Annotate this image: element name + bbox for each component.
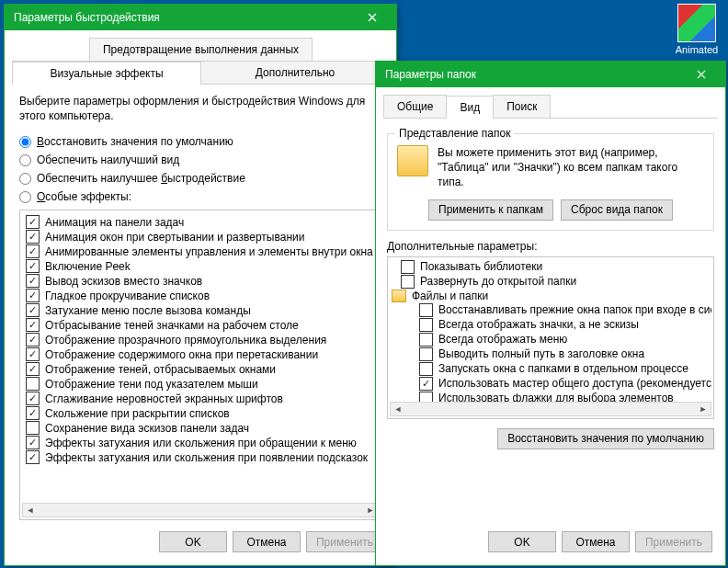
checkbox-icon[interactable] (26, 274, 40, 288)
radio-restore-defaults-input[interactable] (19, 136, 31, 148)
checkbox-icon[interactable] (401, 260, 415, 274)
checkbox-icon[interactable] (26, 230, 40, 244)
tree-item[interactable]: Всегда отображать значки, а не эскизы (390, 318, 711, 332)
checkbox-icon[interactable] (26, 377, 40, 391)
apply-button[interactable]: Применить (635, 531, 712, 552)
titlebar[interactable]: Параметры быстродействия (5, 5, 396, 30)
checkbox-icon[interactable] (419, 377, 433, 391)
tree-label: Всегда отображать меню (438, 333, 567, 346)
tab-row-top: Предотвращение выполнения данных (12, 38, 389, 62)
checkbox-icon[interactable] (419, 362, 433, 376)
checkbox-icon[interactable] (419, 333, 433, 346)
checkbox-icon[interactable] (26, 392, 40, 405)
tree-item[interactable]: Развернуть до открытой папки (390, 275, 711, 289)
tree-item[interactable]: Запускать окна с папками в отдельном про… (390, 362, 711, 376)
tree-item[interactable]: Показывать библиотеки (390, 260, 711, 274)
effect-item[interactable]: Гладкое прокручивание списков (24, 289, 377, 302)
scroll-left-icon[interactable]: ◄ (23, 504, 38, 517)
radio-best-appearance[interactable]: Обеспечить наилучший вид (19, 153, 381, 166)
radio-best-performance-input[interactable] (19, 173, 31, 185)
horizontal-scrollbar[interactable]: ◄ ► (22, 503, 379, 517)
tree-label: Выводить полный путь в заголовке окна (438, 347, 644, 360)
folder-icon (397, 145, 428, 176)
tab-general[interactable]: Общие (383, 95, 447, 118)
apply-button[interactable]: Применить (306, 531, 383, 552)
ok-button[interactable]: OK (488, 531, 556, 552)
effect-item[interactable]: Скольжение при раскрытии списков (24, 406, 377, 420)
checkbox-icon[interactable] (26, 406, 40, 420)
checkbox-icon[interactable] (26, 215, 40, 229)
effect-item[interactable]: Анимация окон при свертывании и разверты… (24, 230, 377, 244)
radio-restore-defaults[interactable]: Восстановить значения по умолчанию (19, 135, 381, 148)
tab-view[interactable]: Вид (446, 96, 494, 119)
effect-label: Сохранение вида эскизов панели задач (45, 422, 249, 435)
checkbox-icon[interactable] (26, 259, 40, 273)
checkbox-icon[interactable] (419, 303, 433, 317)
group-text: Вы можете применить этот вид (например, … (438, 145, 704, 190)
tab-visual-effects[interactable]: Визуальные эффекты (12, 62, 201, 85)
tree-label: Всегда отображать значки, а не эскизы (438, 318, 639, 331)
tree-label: Показывать библиотеки (420, 260, 542, 273)
checkbox-icon[interactable] (26, 436, 40, 449)
checkbox-icon[interactable] (26, 450, 40, 464)
checkbox-icon[interactable] (26, 333, 40, 346)
apply-to-folders-button[interactable]: Применить к папкам (428, 199, 553, 221)
radio-custom[interactable]: Особые эффекты: (19, 190, 381, 203)
effect-item[interactable]: Эффекты затухания или скольжения при обр… (24, 436, 377, 449)
effect-item[interactable]: Отображение содержимого окна при перетас… (24, 347, 377, 361)
checkbox-icon[interactable] (419, 347, 433, 361)
tree-label: Использовать флажки для выбора элементов (438, 392, 674, 402)
radio-best-performance[interactable]: Обеспечить наилучшее быстродействие (19, 172, 381, 185)
effect-item[interactable]: Анимированные элементы управления и элем… (24, 244, 377, 258)
effect-item[interactable]: Отображение прозрачного прямоугольника в… (24, 333, 377, 346)
effect-item[interactable]: Сохранение вида эскизов панели задач (24, 421, 377, 435)
close-icon[interactable] (354, 7, 391, 28)
tree-label: Восстанавливать прежние окна папок при в… (438, 303, 711, 316)
cancel-button[interactable]: Отмена (562, 531, 630, 552)
scroll-left-icon[interactable]: ◄ (391, 403, 405, 415)
radio-custom-input[interactable] (19, 191, 31, 203)
desktop-icon-animated[interactable]: Animated (671, 4, 722, 55)
tree-folder[interactable]: Файлы и папки (390, 290, 711, 302)
tab-dep[interactable]: Предотвращение выполнения данных (89, 38, 313, 61)
folder-views-group: Представление папок Вы можете применить … (387, 133, 714, 231)
effect-item[interactable]: Отображение теней, отбрасываемых окнами (24, 362, 377, 376)
checkbox-icon[interactable] (26, 303, 40, 317)
cancel-button[interactable]: Отмена (233, 531, 301, 552)
titlebar[interactable]: Параметры папок (376, 62, 725, 87)
effect-item[interactable]: Отбрасывание теней значками на рабочем с… (24, 318, 377, 332)
effect-item[interactable]: Сглаживание неровностей экранных шрифтов (24, 392, 377, 405)
effect-label: Эффекты затухания или скольжения при поя… (45, 451, 368, 464)
checkbox-icon[interactable] (419, 392, 433, 402)
radio-best-appearance-input[interactable] (19, 154, 31, 166)
checkbox-icon[interactable] (419, 318, 433, 332)
checkbox-icon[interactable] (26, 347, 40, 361)
checkbox-icon[interactable] (26, 318, 40, 332)
close-icon[interactable] (683, 64, 720, 85)
effect-item[interactable]: Отображение тени под указателем мыши (24, 377, 377, 391)
checkbox-icon[interactable] (26, 244, 40, 258)
ok-button[interactable]: OK (159, 531, 227, 552)
effect-item[interactable]: Вывод эскизов вместо значков (24, 274, 377, 288)
tree-item[interactable]: Использовать флажки для выбора элементов (390, 392, 711, 402)
effect-item[interactable]: Анимация на панели задач (24, 215, 377, 229)
checkbox-icon[interactable] (401, 275, 415, 289)
tab-advanced[interactable]: Дополнительно (200, 61, 390, 84)
effect-item[interactable]: Включение Peek (24, 259, 377, 273)
effect-item[interactable]: Эффекты затухания или скольжения при поя… (24, 450, 377, 464)
reset-folders-button[interactable]: Сброс вида папок (561, 199, 673, 221)
checkbox-icon[interactable] (26, 289, 40, 302)
checkbox-icon[interactable] (26, 362, 40, 376)
dialog-button-bar: OK Отмена Применить (12, 524, 389, 560)
checkbox-icon[interactable] (26, 421, 40, 435)
effect-item[interactable]: Затухание меню после вызова команды (24, 303, 377, 317)
tree-item[interactable]: Использовать мастер общего доступа (реко… (390, 377, 711, 391)
effect-label: Скольжение при раскрытии списков (45, 407, 230, 420)
scroll-right-icon[interactable]: ► (696, 403, 711, 415)
tree-item[interactable]: Восстанавливать прежние окна папок при в… (390, 303, 711, 317)
restore-defaults-button[interactable]: Восстановить значения по умолчанию (497, 428, 714, 449)
tree-item[interactable]: Всегда отображать меню (390, 333, 711, 346)
tab-search[interactable]: Поиск (493, 95, 551, 118)
horizontal-scrollbar[interactable]: ◄ ► (390, 402, 711, 416)
tree-item[interactable]: Выводить полный путь в заголовке окна (390, 347, 711, 361)
